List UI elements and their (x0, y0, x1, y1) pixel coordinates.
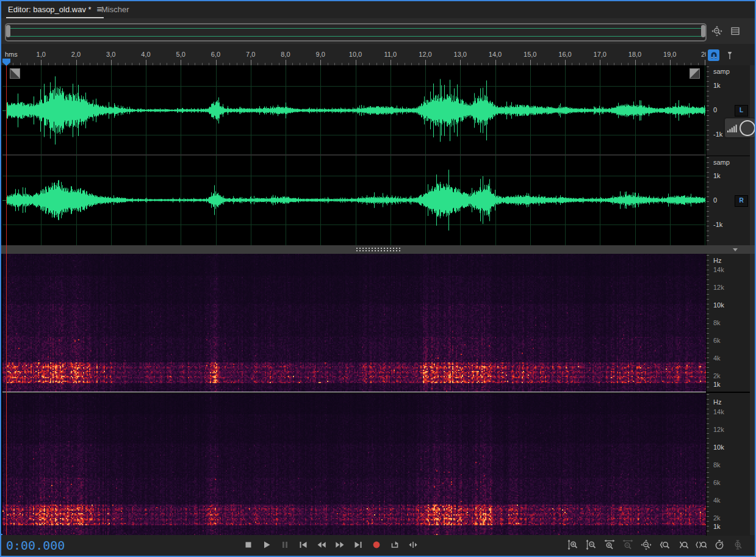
ruler-time-label: 14,0 (487, 51, 504, 58)
zoom-to-selection-button[interactable] (694, 539, 708, 551)
frequency-tick-label: 1k (713, 523, 721, 530)
channel-l-button[interactable]: L (735, 105, 748, 117)
volume-bars-icon (726, 123, 738, 134)
ruler-time-label: 18,0 (627, 51, 644, 58)
collapse-arrow-icon[interactable] (733, 248, 738, 251)
tab-editor[interactable]: Editor: basop_old.wav * ≡ (6, 1, 104, 18)
pause-button[interactable] (278, 539, 292, 551)
zoom-in-at-in-point-button[interactable] (658, 539, 671, 551)
time-display[interactable]: 0:00.000 (6, 538, 65, 553)
spectrogram-channel-divider (2, 392, 706, 393)
ruler-time-label: 10,0 (347, 51, 364, 58)
zoom-out-horizontal-button[interactable] (621, 539, 635, 551)
ruler-time-label: 19,0 (661, 51, 679, 58)
spectrogram-display[interactable] (2, 254, 706, 535)
amplitude-tick-label: 1k (713, 82, 721, 89)
ruler-time-label: 2,0 (68, 51, 85, 58)
ruler-tick (111, 60, 112, 65)
tab-bar: Editor: basop_old.wav * ≡ Mischer (1, 1, 755, 18)
zoom-in-at-out-point-button[interactable] (676, 539, 689, 551)
ruler-tick (565, 60, 566, 65)
ruler-tick (320, 60, 321, 65)
zoom-in-vertical-button[interactable] (566, 539, 580, 551)
panel-list-icon[interactable] (729, 24, 742, 38)
zoom-controls (566, 539, 744, 551)
ruler-tick (286, 60, 286, 65)
corner-handle-icon[interactable] (10, 68, 20, 79)
frequency-tick-label: 4k (713, 354, 721, 362)
frequency-tick-label: 12k (713, 284, 724, 291)
zoom-in-horizontal-button[interactable] (603, 539, 616, 551)
amplitude-scale-right[interactable]: samp1k0-1kR (706, 156, 751, 246)
marker-pin-icon[interactable] (724, 49, 735, 61)
ruler-tick (705, 60, 705, 65)
record-button[interactable] (370, 539, 383, 551)
frequency-tick-label: 14k (713, 408, 724, 415)
frequency-tick-label: 10k (713, 301, 724, 309)
ruler-time-label: 12,0 (417, 51, 434, 58)
ruler-time-label: 6,0 (207, 51, 225, 58)
corner-handle-icon[interactable] (689, 68, 700, 79)
frequency-tick-label: 6k (713, 479, 721, 486)
amplitude-scale-left[interactable]: samp1k0-1kL (706, 65, 751, 156)
waveform-display[interactable] (2, 65, 706, 245)
ruler-unit-label: hms (5, 51, 18, 58)
ruler-tick (635, 60, 636, 65)
zoom-out-full-icon[interactable] (710, 24, 724, 38)
overview-navigator[interactable] (5, 23, 707, 41)
timer-button[interactable] (713, 539, 726, 551)
skip-to-end-button[interactable] (351, 539, 365, 551)
frequency-tick-label: 14k (713, 266, 724, 273)
fast-forward-button[interactable] (333, 539, 347, 551)
frequency-tick-label: 2k (713, 514, 721, 522)
ruler-scale: hms 1,02,03,04,05,06,07,08,09,010,011,01… (1, 44, 706, 65)
frequency-tick-label: 6k (713, 337, 721, 344)
stop-button[interactable] (242, 539, 255, 551)
frequency-tick-label: 10k (713, 444, 724, 451)
ruler-time-label: 13,0 (452, 51, 469, 58)
skip-selection-button[interactable] (406, 539, 420, 551)
frequency-tick-label: 12k (713, 426, 724, 433)
frequency-tick-label: 8k (713, 461, 721, 469)
playhead-line (6, 59, 7, 535)
navigator-right-handle[interactable] (701, 25, 705, 37)
ruler-time-label: 3,0 (103, 51, 120, 58)
ruler-time-label: 8,0 (277, 51, 294, 58)
ruler-time-label: 7,0 (242, 51, 259, 58)
overview-wave-line-right (8, 36, 704, 37)
amplitude-tick-label: -1k (713, 131, 722, 138)
overview-wave-line-left (8, 28, 704, 29)
ruler-time-label: 20 (696, 51, 706, 58)
frequency-tick-label: 1k (713, 381, 721, 388)
ruler-tick (251, 60, 251, 65)
timeline-ruler[interactable]: hms 1,02,03,04,05,06,07,08,09,010,011,01… (1, 44, 755, 66)
loop-playback-button[interactable] (388, 539, 401, 551)
tab-mischer-label: Mischer (101, 5, 129, 14)
ruler-tick (181, 60, 181, 65)
volume-knob[interactable] (740, 120, 755, 136)
frequency-unit-label: Hz (713, 257, 721, 264)
ruler-tick (670, 60, 671, 65)
ruler-tick (216, 60, 217, 65)
transport-controls (242, 539, 420, 551)
frequency-scale-left[interactable]: Hz14k12k10k8k6k4k2k1k (706, 254, 751, 392)
splitter-grip-icon[interactable] (356, 247, 401, 252)
rewind-button[interactable] (315, 539, 328, 551)
ruler-time-label: 17,0 (591, 51, 608, 58)
zoom-out-vertical-button[interactable] (585, 539, 598, 551)
wave-spectral-splitter[interactable] (1, 245, 755, 254)
skip-to-start-button[interactable] (297, 539, 310, 551)
zoom-time-selection-button[interactable] (731, 539, 744, 551)
zoom-reset-button[interactable] (639, 539, 653, 551)
ruler-tick (460, 60, 461, 65)
play-button[interactable] (260, 539, 273, 551)
channel-r-button[interactable]: R (735, 195, 748, 207)
snap-toggle-button[interactable] (708, 49, 719, 61)
ruler-tick (530, 60, 531, 65)
tab-mischer[interactable]: Mischer (101, 1, 129, 17)
amplitude-tick-label: -1k (713, 221, 722, 228)
frequency-scale-right[interactable]: Hz14k12k10k8k6k4k2k1k (706, 392, 751, 536)
ruler-tick (391, 60, 391, 65)
navigator-left-handle[interactable] (6, 25, 10, 37)
ruler-tick (600, 60, 600, 65)
